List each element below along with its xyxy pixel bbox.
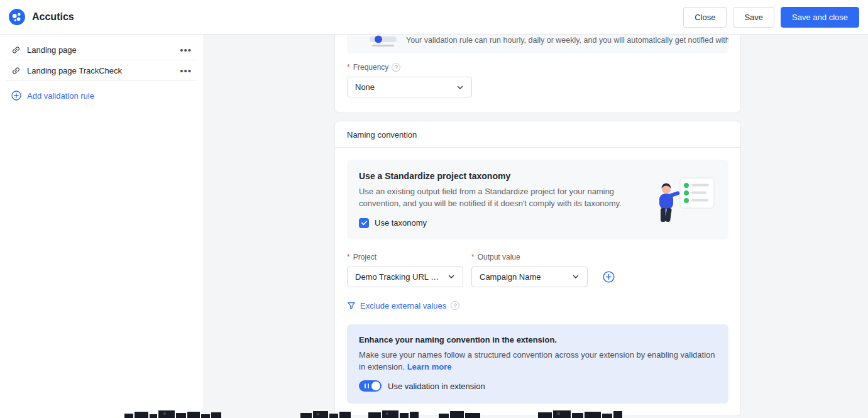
chevron-down-icon xyxy=(456,84,464,91)
app-root: Accutics Close Save Save and close Landi… xyxy=(0,0,868,418)
output-value-select-value: Campaign Name xyxy=(480,272,541,282)
project-field-label: * Project xyxy=(347,253,463,261)
frequency-card: Your validation rule can run hourly, dai… xyxy=(334,35,741,113)
sidebar-item-label: Landing page xyxy=(27,45,77,55)
taxonomy-description: Use an existing output field from a Stan… xyxy=(359,186,642,210)
extension-info-panel: Enhance your naming convention in the ex… xyxy=(347,324,728,404)
frequency-select-value: None xyxy=(355,82,375,92)
more-options-icon[interactable]: ••• xyxy=(180,66,192,75)
more-options-icon[interactable]: ••• xyxy=(180,45,192,55)
close-button[interactable]: Close xyxy=(683,7,727,28)
extension-heading: Enhance your naming convention in the ex… xyxy=(359,335,717,344)
check-icon xyxy=(361,219,368,226)
link-icon xyxy=(11,45,21,55)
use-taxonomy-checkbox-row[interactable]: Use taxonomy xyxy=(359,218,642,228)
learn-more-link[interactable]: Learn more xyxy=(407,362,452,371)
top-bar: Accutics Close Save Save and close xyxy=(0,0,868,35)
taxonomy-panel: Use a Standardize project taxonomy Use a… xyxy=(347,160,728,239)
chevron-down-icon xyxy=(448,273,455,280)
save-and-close-button[interactable]: Save and close xyxy=(781,7,859,28)
toggle-knob xyxy=(371,382,380,390)
frequency-banner-text: Your validation rule can run hourly, dai… xyxy=(406,35,728,45)
taxonomy-heading: Use a Standardize project taxonomy xyxy=(359,171,642,181)
taxonomy-illustration xyxy=(652,174,717,224)
content-area: Your validation rule can run hourly, dai… xyxy=(203,35,868,418)
sidebar-item-label: Landing page TrackCheck xyxy=(27,66,122,75)
required-asterisk: * xyxy=(347,63,350,72)
use-validation-toggle-label: Use validation in extension xyxy=(388,382,485,391)
filter-icon xyxy=(347,301,356,310)
link-icon xyxy=(11,66,21,75)
sidebar-item-landing-page[interactable]: Landing page ••• xyxy=(6,40,197,60)
taxonomy-text: Use a Standardize project taxonomy Use a… xyxy=(359,171,642,228)
frequency-illustration xyxy=(368,35,398,50)
sidebar: Landing page ••• Landing page TrackCheck… xyxy=(0,35,203,418)
brand: Accutics xyxy=(9,9,74,25)
use-taxonomy-checkbox[interactable] xyxy=(359,218,369,228)
add-validation-rule-button[interactable]: Add validation rule xyxy=(0,81,203,110)
naming-convention-body: Use a Standardize project taxonomy Use a… xyxy=(335,148,740,415)
main-layout: Landing page ••• Landing page TrackCheck… xyxy=(0,35,868,418)
naming-convention-card: Naming convention Use a Standardize proj… xyxy=(334,121,741,416)
add-output-value-button[interactable] xyxy=(603,271,615,283)
required-asterisk: * xyxy=(471,253,475,261)
accutics-logo-icon xyxy=(9,9,25,25)
project-select-value: Demo Tracking URL & N… xyxy=(355,272,442,282)
output-value-field-label: * Output value xyxy=(471,253,588,261)
required-asterisk: * xyxy=(347,253,350,261)
frequency-field-label: * Frequency ? xyxy=(347,63,728,72)
project-output-fields: * Project Demo Tracking URL & N… xyxy=(347,243,728,287)
use-validation-toggle-row: Use validation in extension xyxy=(359,380,717,392)
add-circle-icon xyxy=(603,271,615,283)
add-validation-rule-label: Add validation rule xyxy=(27,91,94,101)
use-taxonomy-label: Use taxonomy xyxy=(375,218,427,228)
frequency-select[interactable]: None xyxy=(347,77,472,97)
help-icon[interactable]: ? xyxy=(451,301,459,310)
sidebar-item-landing-page-trackcheck[interactable]: Landing page TrackCheck ••• xyxy=(6,60,197,81)
help-icon[interactable]: ? xyxy=(392,63,400,72)
output-value-select[interactable]: Campaign Name xyxy=(471,267,588,287)
extension-body: Make sure your names follow a structured… xyxy=(359,349,717,373)
top-bar-actions: Close Save Save and close xyxy=(683,7,859,28)
naming-convention-title: Naming convention xyxy=(335,121,740,148)
project-select[interactable]: Demo Tracking URL & N… xyxy=(347,267,463,287)
use-validation-toggle[interactable] xyxy=(359,380,382,392)
frequency-banner: Your validation rule can run hourly, dai… xyxy=(347,35,728,53)
exclude-external-values-label: Exclude external values xyxy=(360,301,446,311)
save-button[interactable]: Save xyxy=(733,7,774,28)
brand-name: Accutics xyxy=(32,11,74,23)
project-field: * Project Demo Tracking URL & N… xyxy=(347,243,463,287)
add-circle-icon xyxy=(11,91,21,101)
exclude-external-values-link[interactable]: Exclude external values ? xyxy=(347,301,728,311)
chevron-down-icon xyxy=(572,273,580,280)
output-value-field: * Output value Campaign Name xyxy=(471,243,588,287)
